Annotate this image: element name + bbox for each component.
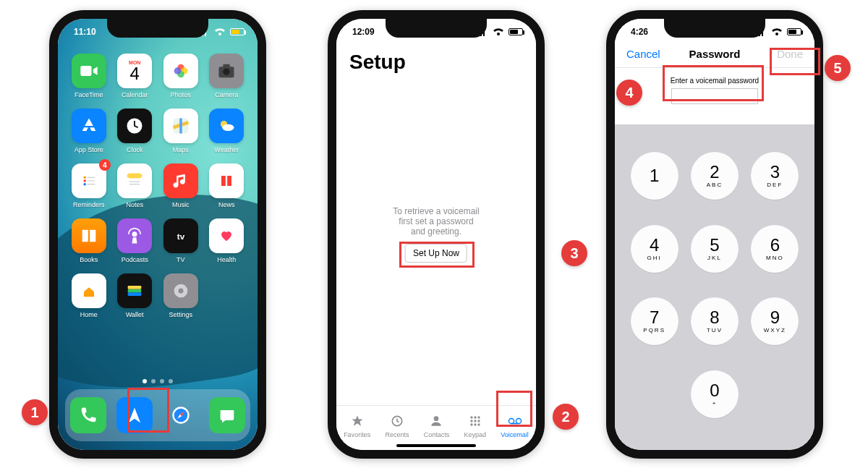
app-music[interactable]: Music	[160, 163, 202, 208]
svg-point-37	[470, 416, 472, 418]
weather-icon	[209, 109, 244, 143]
svg-rect-28	[128, 286, 142, 289]
tab-label: Keypad	[464, 431, 487, 438]
status-time: 11:10	[74, 27, 96, 37]
keypad-key-3[interactable]: 3DEF	[751, 152, 799, 200]
app-podcasts[interactable]: Podcasts	[114, 218, 156, 263]
star-icon	[350, 414, 365, 430]
app-label: Home	[80, 311, 98, 318]
app-label: Podcasts	[122, 256, 148, 263]
keypad-key-2[interactable]: 2ABC	[691, 152, 739, 200]
wifi-icon	[213, 25, 227, 39]
app-tv[interactable]: tvTV	[160, 218, 202, 263]
callout-3: 3	[561, 240, 587, 266]
svg-rect-23	[219, 174, 234, 189]
app-reminders[interactable]: 4Reminders	[68, 163, 110, 208]
maps-icon	[163, 109, 198, 143]
tab-label: Voicemail	[501, 431, 529, 438]
app-label: Settings	[169, 311, 192, 318]
tab-label: Recents	[385, 431, 409, 438]
app-label: TV	[176, 256, 185, 263]
svg-point-39	[477, 416, 480, 418]
tab-recents[interactable]: Recents	[385, 414, 409, 438]
app-label: Weather	[214, 146, 239, 153]
svg-point-38	[474, 416, 476, 418]
keypad-key-1[interactable]: 1	[631, 152, 678, 200]
tab-contacts[interactable]: Contacts	[424, 414, 450, 438]
app-label: Music	[172, 201, 190, 208]
callout-3-box	[399, 242, 475, 268]
clock-icon	[390, 414, 404, 430]
setup-message-2: first set a password	[357, 216, 516, 226]
app-app-store[interactable]: App Store	[68, 109, 110, 153]
photos-icon	[163, 54, 198, 88]
app-clock[interactable]: Clock	[114, 109, 156, 153]
keypad-blank	[631, 370, 678, 418]
svg-point-6	[224, 69, 230, 75]
podcasts-icon	[117, 218, 152, 253]
app-weather[interactable]: Weather	[206, 109, 248, 153]
key-letters: +	[712, 400, 718, 407]
battery-icon	[509, 28, 523, 35]
app-label: Health	[217, 256, 236, 263]
dock-phone[interactable]	[70, 397, 106, 433]
keypad-key-9[interactable]: 9WXYZ	[751, 297, 799, 345]
keypad-key-7[interactable]: 7PQRS	[631, 297, 678, 345]
tab-favorites[interactable]: Favorites	[344, 414, 370, 438]
callout-1: 1	[22, 399, 48, 425]
svg-point-14	[83, 179, 86, 182]
battery-icon	[787, 28, 801, 35]
callout-2: 2	[553, 404, 579, 430]
keypad-blank	[751, 370, 799, 418]
tv-icon: tv	[163, 218, 198, 253]
svg-rect-29	[128, 289, 142, 293]
keypad-key-8[interactable]: 8TUV	[691, 297, 739, 345]
keypad-key-4[interactable]: 4GHI	[631, 225, 678, 273]
callout-5-box	[770, 48, 820, 75]
app-news[interactable]: News	[206, 163, 248, 208]
app-photos[interactable]: Photos	[160, 54, 202, 98]
svg-point-4	[174, 67, 180, 74]
app-settings[interactable]: Settings	[160, 273, 202, 318]
app-home[interactable]: Home	[68, 273, 110, 318]
dock-messages[interactable]	[209, 397, 245, 433]
app-notes[interactable]: Notes	[114, 163, 156, 208]
reminders-icon: 4	[72, 163, 106, 198]
app-label: Maps	[173, 146, 189, 153]
status-time: 12:09	[352, 27, 375, 37]
app-books[interactable]: Books	[68, 218, 110, 263]
key-number: 2	[710, 163, 719, 181]
clock-icon	[117, 109, 152, 143]
tab-keypad[interactable]: Keypad	[464, 414, 487, 438]
app-camera[interactable]: Camera	[206, 54, 248, 98]
keypad-key-6[interactable]: 6MNO	[751, 225, 799, 273]
svg-rect-20	[127, 174, 142, 179]
person-icon	[429, 414, 443, 430]
app-calendar[interactable]: MON4Calendar	[114, 54, 156, 98]
svg-point-44	[474, 423, 476, 425]
app-health[interactable]: Health	[206, 218, 248, 263]
callout-4-box	[663, 65, 764, 101]
svg-point-36	[434, 416, 439, 421]
wifi-icon	[491, 25, 506, 39]
keypad-key-5[interactable]: 5JKL	[691, 225, 739, 273]
health-icon	[209, 218, 244, 253]
key-letters: GHI	[647, 255, 662, 261]
home-indicator	[396, 444, 476, 447]
key-letters: MNO	[766, 255, 784, 261]
setup-message-3: and greeting.	[357, 226, 516, 237]
keypad-key-0[interactable]: 0+	[691, 370, 739, 418]
svg-rect-30	[128, 292, 142, 296]
cancel-button[interactable]: Cancel	[626, 48, 660, 60]
home-screen: 11:10 FaceTimeMON4CalendarPhotosCameraAp…	[58, 19, 258, 450]
app-maps[interactable]: Maps	[160, 109, 202, 153]
app-label: Camera	[215, 91, 238, 98]
callout-2-box	[496, 391, 532, 427]
svg-point-45	[477, 423, 480, 425]
app-label: Calendar	[122, 91, 148, 98]
app-wallet[interactable]: Wallet	[114, 273, 156, 318]
app-facetime[interactable]: FaceTime	[68, 54, 110, 98]
key-number: 9	[770, 309, 780, 326]
settings-icon	[163, 273, 198, 308]
music-icon	[163, 163, 198, 198]
